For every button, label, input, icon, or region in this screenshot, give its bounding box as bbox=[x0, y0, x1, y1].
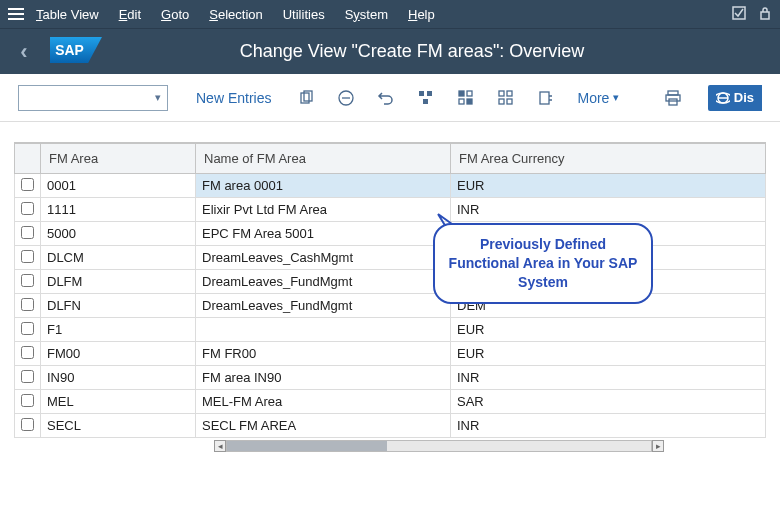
cell-currency[interactable]: EUR bbox=[451, 174, 766, 198]
table-row[interactable]: 0001FM area 0001EUR bbox=[15, 174, 766, 198]
row-checkbox[interactable] bbox=[21, 346, 34, 359]
cell-fm-area[interactable]: IN90 bbox=[41, 366, 196, 390]
cell-name[interactable]: FM area 0001 bbox=[196, 174, 451, 198]
back-button[interactable]: ‹ bbox=[8, 39, 40, 65]
table-row[interactable]: 1111Elixir Pvt Ltd FM AreaINR bbox=[15, 198, 766, 222]
cell-fm-area[interactable]: 0001 bbox=[41, 174, 196, 198]
menu-edit[interactable]: Edit bbox=[119, 7, 141, 22]
select-all-icon[interactable] bbox=[411, 85, 441, 111]
row-checkbox-cell[interactable] bbox=[15, 414, 41, 438]
display-label: Dis bbox=[734, 90, 754, 105]
content: FM Area Name of FM Area FM Area Currency… bbox=[0, 122, 780, 453]
menu-selection[interactable]: Selection bbox=[209, 7, 262, 22]
cell-fm-area[interactable]: MEL bbox=[41, 390, 196, 414]
cell-currency[interactable]: EUR bbox=[451, 342, 766, 366]
new-entries-button[interactable]: New Entries bbox=[196, 90, 271, 106]
cell-fm-area[interactable]: F1 bbox=[41, 318, 196, 342]
table-row[interactable]: IN90FM area IN90INR bbox=[15, 366, 766, 390]
menu-table-view[interactable]: Table View bbox=[36, 7, 99, 22]
menu-utilities[interactable]: Utilities bbox=[283, 7, 325, 22]
row-checkbox[interactable] bbox=[21, 274, 34, 287]
row-checkbox-cell[interactable] bbox=[15, 198, 41, 222]
row-checkbox[interactable] bbox=[21, 394, 34, 407]
cell-name[interactable]: DreamLeaves_FundMgmt bbox=[196, 270, 451, 294]
deselect-all-icon[interactable] bbox=[491, 85, 521, 111]
hamburger-icon[interactable] bbox=[8, 8, 24, 20]
row-checkbox-cell[interactable] bbox=[15, 342, 41, 366]
row-checkbox-cell[interactable] bbox=[15, 390, 41, 414]
row-checkbox[interactable] bbox=[21, 298, 34, 311]
svg-rect-19 bbox=[666, 95, 680, 101]
row-checkbox[interactable] bbox=[21, 418, 34, 431]
cell-name[interactable]: FM FR00 bbox=[196, 342, 451, 366]
col-checkbox bbox=[15, 144, 41, 174]
cell-fm-area[interactable]: 5000 bbox=[41, 222, 196, 246]
row-checkbox[interactable] bbox=[21, 370, 34, 383]
menu-system[interactable]: System bbox=[345, 7, 388, 22]
row-checkbox-cell[interactable] bbox=[15, 174, 41, 198]
table-row[interactable]: SECLSECL FM AREAINR bbox=[15, 414, 766, 438]
cell-fm-area[interactable]: SECL bbox=[41, 414, 196, 438]
row-checkbox-cell[interactable] bbox=[15, 270, 41, 294]
row-checkbox-cell[interactable] bbox=[15, 246, 41, 270]
svg-rect-8 bbox=[423, 99, 428, 104]
select-block-icon[interactable] bbox=[451, 85, 481, 111]
row-checkbox[interactable] bbox=[21, 250, 34, 263]
cell-name[interactable] bbox=[196, 318, 451, 342]
row-checkbox[interactable] bbox=[21, 178, 34, 191]
row-checkbox[interactable] bbox=[21, 322, 34, 335]
cell-name[interactable]: Elixir Pvt Ltd FM Area bbox=[196, 198, 451, 222]
table-row[interactable]: MELMEL-FM AreaSAR bbox=[15, 390, 766, 414]
undo-icon[interactable] bbox=[371, 85, 401, 111]
scroll-right-icon[interactable]: ▸ bbox=[652, 440, 664, 452]
display-button[interactable]: Dis bbox=[708, 85, 762, 111]
config-icon[interactable] bbox=[531, 85, 561, 111]
cell-name[interactable]: SECL FM AREA bbox=[196, 414, 451, 438]
scroll-track[interactable] bbox=[226, 440, 652, 452]
command-dropdown[interactable]: ▾ bbox=[18, 85, 168, 111]
cell-currency[interactable]: SAR bbox=[451, 390, 766, 414]
table-row[interactable]: FM00FM FR00EUR bbox=[15, 342, 766, 366]
table-row[interactable]: F1EUR bbox=[15, 318, 766, 342]
col-fm-area[interactable]: FM Area bbox=[41, 144, 196, 174]
row-checkbox-cell[interactable] bbox=[15, 318, 41, 342]
svg-rect-14 bbox=[507, 91, 512, 96]
row-checkbox[interactable] bbox=[21, 202, 34, 215]
menu-help[interactable]: Help bbox=[408, 7, 435, 22]
cell-name[interactable]: EPC FM Area 5001 bbox=[196, 222, 451, 246]
delete-icon[interactable] bbox=[331, 85, 361, 111]
scroll-thumb[interactable] bbox=[227, 441, 387, 451]
cell-fm-area[interactable]: 1111 bbox=[41, 198, 196, 222]
cell-fm-area[interactable]: FM00 bbox=[41, 342, 196, 366]
col-name[interactable]: Name of FM Area bbox=[196, 144, 451, 174]
svg-rect-11 bbox=[459, 99, 464, 104]
copy-icon[interactable] bbox=[291, 85, 321, 111]
row-checkbox[interactable] bbox=[21, 226, 34, 239]
cell-currency[interactable]: INR bbox=[451, 414, 766, 438]
horizontal-scrollbar[interactable]: ◂ ▸ bbox=[214, 439, 664, 453]
cell-fm-area[interactable]: DLFM bbox=[41, 270, 196, 294]
more-button[interactable]: More ▾ bbox=[577, 90, 619, 106]
toolbar: ▾ New Entries More ▾ Dis bbox=[0, 74, 780, 122]
row-checkbox-cell[interactable] bbox=[15, 294, 41, 318]
svg-rect-0 bbox=[733, 7, 745, 19]
row-checkbox-cell[interactable] bbox=[15, 222, 41, 246]
cell-name[interactable]: DreamLeaves_FundMgmt bbox=[196, 294, 451, 318]
cell-currency[interactable]: INR bbox=[451, 198, 766, 222]
cell-fm-area[interactable]: DLCM bbox=[41, 246, 196, 270]
scroll-left-icon[interactable]: ◂ bbox=[214, 440, 226, 452]
cell-currency[interactable]: INR bbox=[451, 366, 766, 390]
col-currency[interactable]: FM Area Currency bbox=[451, 144, 766, 174]
cell-name[interactable]: FM area IN90 bbox=[196, 366, 451, 390]
close-window-icon[interactable] bbox=[732, 6, 746, 23]
menu-goto[interactable]: Goto bbox=[161, 7, 189, 22]
cell-fm-area[interactable]: DLFN bbox=[41, 294, 196, 318]
lock-icon[interactable] bbox=[758, 6, 772, 23]
svg-rect-13 bbox=[499, 91, 504, 96]
row-checkbox-cell[interactable] bbox=[15, 366, 41, 390]
cell-currency[interactable]: EUR bbox=[451, 318, 766, 342]
cell-name[interactable]: MEL-FM Area bbox=[196, 390, 451, 414]
cell-name[interactable]: DreamLeaves_CashMgmt bbox=[196, 246, 451, 270]
table-row[interactable]: DLFNDreamLeaves_FundMgmtDEM bbox=[15, 294, 766, 318]
print-icon[interactable] bbox=[658, 85, 688, 111]
